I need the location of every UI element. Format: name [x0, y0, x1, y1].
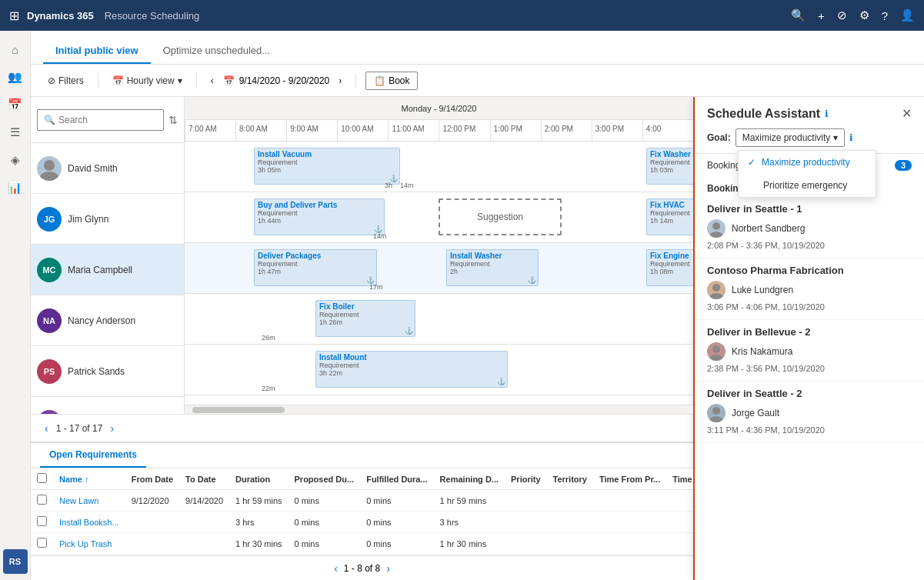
top-navigation: ⊞ Dynamics 365 Resource Scheduling 🔍 + ⊘…: [0, 0, 924, 31]
app-name: Dynamics 365: [27, 10, 94, 22]
search-icon[interactable]: 🔍: [791, 8, 806, 22]
settings-icon[interactable]: ⚙: [859, 8, 869, 22]
user-icon[interactable]: 👤: [900, 8, 915, 22]
filter-icon[interactable]: ⊘: [837, 8, 847, 22]
module-name: Resource Scheduling: [105, 10, 200, 22]
add-icon[interactable]: +: [818, 9, 825, 22]
dynamics-logo: ⊞: [9, 8, 19, 23]
help-icon[interactable]: ?: [882, 9, 888, 22]
